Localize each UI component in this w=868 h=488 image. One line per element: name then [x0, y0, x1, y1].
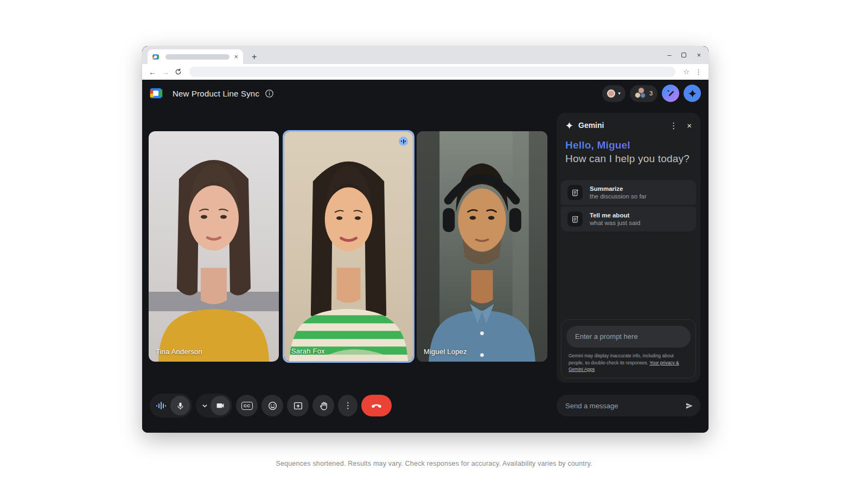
header-actions: ▾ 3 — [602, 85, 701, 102]
smiley-icon — [267, 401, 278, 411]
browser-tab[interactable]: × — [148, 49, 243, 64]
window-maximize-button[interactable] — [681, 53, 686, 57]
meeting-info-icon[interactable] — [265, 89, 274, 98]
participant-name-label: Tina Anderson — [156, 348, 202, 356]
gemini-suggestions: Summarize the discussion so far — [557, 180, 700, 232]
tab-strip: × + – × — [142, 46, 709, 64]
sarah-video-feed — [284, 132, 413, 361]
screenshot-canvas: × + – × ← → ☆ ⋮ — [0, 0, 868, 488]
video-tile-tina[interactable]: Tina Anderson — [149, 131, 279, 362]
videocam-icon — [215, 401, 225, 410]
gemini-close-icon[interactable]: × — [687, 121, 692, 130]
send-icon[interactable] — [685, 401, 693, 410]
back-button[interactable]: ← — [149, 68, 156, 76]
greeting-line-2: How can I help you today? — [565, 153, 692, 165]
participant-name-label: Sarah Fox — [291, 347, 325, 355]
gemini-panel-header: Gemini ⋮ × — [557, 113, 700, 130]
gemini-panel-button[interactable] — [684, 85, 701, 102]
raise-hand-button[interactable] — [312, 395, 334, 416]
gemini-greeting: Hello, Miguel How can I help you today? — [557, 130, 700, 165]
video-tile-sarah-active[interactable]: Sarah Fox — [283, 130, 414, 363]
miguel-video-feed — [417, 131, 547, 362]
suggestion-title: Summarize — [590, 185, 647, 192]
suggestion-subtitle: the discussion so far — [590, 193, 647, 200]
gemini-prompt-input[interactable] — [575, 332, 682, 341]
camera-group — [196, 394, 232, 418]
raise-hand-icon — [318, 401, 329, 411]
meet-logo-icon — [150, 87, 167, 99]
meeting-title: New Product Line Sync — [173, 89, 259, 98]
chat-message-bar[interactable] — [557, 395, 700, 416]
self-view-avatar — [607, 89, 615, 98]
suggestion-title: Tell me about — [590, 212, 640, 219]
cc-icon: CC — [241, 402, 253, 410]
meet-header: New Product Line Sync ▾ — [142, 80, 709, 107]
participant-name-label: Miguel Lopez — [424, 348, 467, 356]
end-call-icon — [371, 400, 382, 412]
browser-menu-icon[interactable]: ⋮ — [695, 68, 702, 75]
video-tile-miguel[interactable]: Miguel Lopez — [417, 131, 547, 362]
gemini-panel-title: Gemini — [578, 121, 604, 130]
footer-disclaimer: Sequences shortened. Results may vary. C… — [0, 460, 868, 467]
suggestion-subtitle: what was just said — [590, 220, 640, 226]
participants-button[interactable]: 3 — [630, 85, 658, 102]
bookmark-star-icon[interactable]: ☆ — [683, 68, 690, 75]
microphone-button[interactable] — [170, 396, 190, 415]
chevron-down-icon: ▾ — [618, 91, 621, 96]
window-controls: – × — [667, 51, 701, 59]
chevron-down-icon[interactable] — [202, 403, 208, 409]
suggestion-tell-me-about[interactable]: Tell me about what was just said — [561, 207, 696, 232]
meet-app: New Product Line Sync ▾ — [142, 80, 709, 433]
gemini-input-card: Gemini may display inaccurate info, incl… — [561, 319, 696, 378]
reactions-button[interactable] — [261, 395, 283, 416]
more-options-button[interactable]: ⋮ — [338, 395, 358, 416]
meet-favicon-icon — [152, 54, 161, 60]
gemini-sparkle-icon — [565, 121, 573, 130]
gemini-panel: Gemini ⋮ × Hello, Miguel How can I help … — [557, 113, 700, 383]
gemini-disclaimer: Gemini may display inaccurate info, incl… — [566, 352, 691, 373]
participant-count: 3 — [649, 90, 653, 97]
address-bar[interactable] — [189, 67, 675, 77]
audio-activity-icon — [155, 402, 168, 409]
microphone-group — [150, 394, 192, 418]
forward-button[interactable]: → — [162, 68, 169, 76]
present-screen-icon — [293, 401, 303, 411]
end-call-button[interactable] — [361, 395, 392, 416]
suggestion-summarize[interactable]: Summarize the discussion so far — [561, 180, 696, 205]
present-button[interactable] — [287, 395, 309, 416]
camera-button[interactable] — [210, 396, 230, 415]
tab-title-redacted — [165, 54, 229, 60]
chat-message-input[interactable] — [565, 402, 681, 410]
new-tab-button[interactable]: + — [252, 53, 257, 61]
gemini-prompt-field[interactable] — [566, 326, 691, 348]
pencil-sparkle-icon — [666, 89, 675, 98]
call-control-bar: CC — [150, 394, 392, 418]
microphone-icon — [176, 401, 185, 410]
layout-selector-button[interactable]: ▾ — [602, 85, 626, 102]
speaking-indicator-icon — [399, 137, 408, 146]
gemini-menu-icon[interactable]: ⋮ — [669, 121, 678, 130]
more-options-icon: ⋮ — [343, 401, 352, 410]
gemini-sparkle-icon — [688, 89, 697, 98]
tab-close-icon[interactable]: × — [234, 53, 238, 60]
window-minimize-button[interactable]: – — [667, 51, 671, 59]
take-notes-gemini-button[interactable] — [662, 85, 679, 102]
window-close-button[interactable]: × — [697, 51, 701, 59]
captions-button[interactable]: CC — [236, 395, 258, 416]
doc-sparkle-icon — [567, 185, 583, 200]
browser-window: × + – × ← → ☆ ⋮ — [142, 46, 709, 433]
reload-button[interactable] — [175, 68, 182, 75]
participant-avatars — [635, 87, 647, 99]
doc-sparkle-icon — [567, 211, 583, 227]
greeting-line-1: Hello, Miguel — [565, 139, 692, 151]
browser-toolbar: ← → ☆ ⋮ — [142, 64, 709, 80]
tina-video-feed — [149, 131, 279, 362]
